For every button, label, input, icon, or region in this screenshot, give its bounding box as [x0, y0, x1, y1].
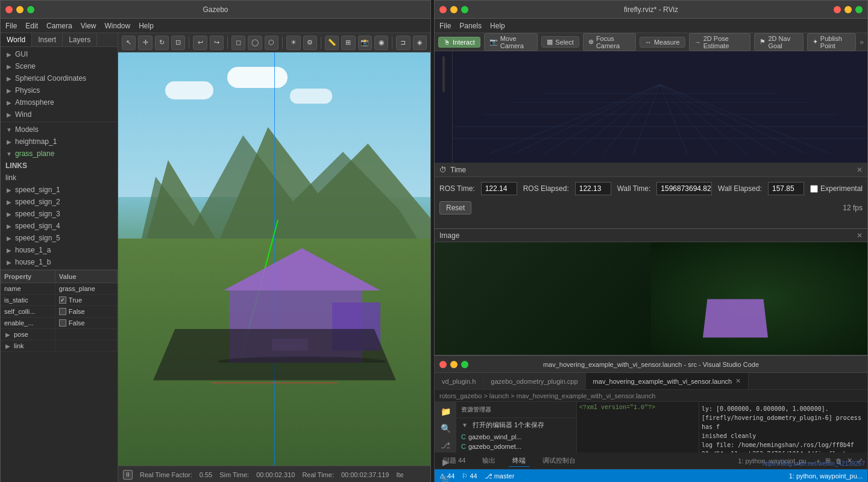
tool-2d-pose[interactable]: → 2D Pose Estimate	[689, 33, 751, 51]
tool-measure[interactable]: ↔ Measure	[640, 37, 685, 48]
rviz-win-controls-right[interactable]	[834, 6, 863, 13]
vscode-editor[interactable]: <?xml version="1.0"?>	[577, 402, 699, 452]
explorer-item-0[interactable]: C gazebo_wind_pl...	[456, 432, 576, 442]
gazebo-window-controls[interactable]	[5, 6, 34, 13]
toolbar-log-btn[interactable]: ◉	[374, 36, 388, 50]
search-icon[interactable]: 🔍	[439, 424, 452, 433]
rviz-menu-panels[interactable]: Panels	[459, 22, 482, 30]
toolbar-snap-btn[interactable]: ◈	[413, 36, 427, 50]
toolbar-redo-btn[interactable]: ↪	[210, 36, 224, 50]
rviz-toolbar-expand[interactable]: »	[860, 38, 864, 46]
rviz-max-dot[interactable]	[855, 6, 863, 13]
sidebar-item-speed-sign-5[interactable]: ▶ speed_sign_5	[1, 232, 118, 244]
rviz-close-btn[interactable]	[439, 6, 447, 13]
experimental-checkbox[interactable]	[810, 185, 818, 193]
sidebar-item-speed-sign-1[interactable]: ▶ speed_sign_1	[1, 184, 118, 196]
sidebar-item-speed-sign-4[interactable]: ▶ speed_sign_4	[1, 220, 118, 232]
sidebar-item-house-1b[interactable]: ▶ house_1_b	[1, 256, 118, 268]
prop-value-enable[interactable]: False	[55, 318, 117, 329]
tab-layers[interactable]: Layers	[63, 33, 97, 46]
sidebar-item-speed-sign-3[interactable]: ▶ speed_sign_3	[1, 208, 118, 220]
menu-window[interactable]: Window	[105, 22, 131, 30]
play-pause-icon[interactable]: ⏸	[123, 470, 133, 480]
tab-terminal[interactable]: 终端	[509, 455, 529, 467]
rviz-close-dot[interactable]	[834, 6, 841, 13]
sidebar-item-physics[interactable]: ▶ Physics	[1, 84, 118, 96]
toolbar-undo-btn[interactable]: ↩	[193, 36, 207, 50]
toolbar-cylinder-btn[interactable]: ⬡	[265, 36, 278, 50]
vscode-maximize-btn[interactable]	[461, 361, 468, 368]
tool-select[interactable]: ▦ Select	[541, 36, 579, 48]
tab-output[interactable]: 输出	[479, 455, 499, 466]
watermark[interactable]: https://blog.csdn.net/weixin_42139267	[763, 460, 865, 467]
explorer-icon[interactable]: 📁	[439, 407, 452, 416]
toolbar-grid-btn[interactable]: ⊞	[341, 36, 355, 50]
ros-elapsed-value[interactable]: 122.13	[575, 182, 611, 195]
gazebo-minimize-btn[interactable]	[16, 6, 24, 13]
tool-2d-nav-goal[interactable]: ⚑ 2D Nav Goal	[754, 33, 803, 51]
image-panel-close[interactable]: ✕	[857, 231, 863, 240]
sidebar-item-speed-sign-2[interactable]: ▶ speed_sign_2	[1, 196, 118, 208]
vscode-tab-mav-launch[interactable]: mav_hovering_example_with_vi_sensor.laun…	[586, 373, 749, 389]
pose-expand[interactable]: ▶	[4, 331, 11, 338]
tab-problems[interactable]: 问题 44	[439, 455, 469, 466]
sidebar-item-grass-plane[interactable]: ▼ grass_plane	[1, 148, 118, 160]
toolbar-sphere-btn[interactable]: ◯	[248, 36, 262, 50]
is-static-checkbox[interactable]: ✓	[59, 296, 66, 304]
ros-time-value[interactable]: 122.14	[481, 182, 517, 195]
sidebar-item-spherical-coords[interactable]: ▶ Spherical Coordinates	[1, 72, 118, 84]
wall-time-value[interactable]: 1596873694.82	[656, 182, 712, 195]
toolbar-measure-btn[interactable]: 📏	[325, 36, 339, 50]
tool-focus-camera[interactable]: ⊕ Focus Camera	[583, 33, 636, 51]
sidebar-item-models[interactable]: ▼ Models	[1, 124, 118, 136]
link-expand[interactable]: ▶	[4, 343, 11, 349]
rviz-maximize-btn[interactable]	[461, 6, 468, 13]
tab-insert[interactable]: Insert	[32, 33, 63, 46]
reset-button[interactable]: Reset	[439, 201, 471, 214]
sidebar-item-house-1a[interactable]: ▶ house_1_a	[1, 244, 118, 256]
sidebar-item-gui[interactable]: ▶ GUI	[1, 48, 118, 60]
tab-close-icon[interactable]: ✕	[735, 377, 741, 385]
rviz-min-dot[interactable]	[844, 6, 852, 13]
toolbar-select-btn[interactable]: ↖	[122, 36, 136, 50]
gazebo-viewport[interactable]: ↖ ✛ ↻ ⊡ ↩ ↪ ◻ ◯ ⬡ ☀ ⚙ 📏 ⊞ 📸 ◉ ⊐	[118, 33, 430, 482]
rviz-window-controls[interactable]	[439, 6, 468, 13]
vscode-tab-gazebo-odom[interactable]: gazebo_odometry_plugin.cpp	[483, 373, 585, 389]
vscode-minimize-btn[interactable]	[450, 361, 458, 368]
prop-value-isstatic[interactable]: ✓ True	[55, 295, 117, 306]
toolbar-scale-btn[interactable]: ⊡	[171, 36, 185, 50]
sidebar-item-scene[interactable]: ▶ Scene	[1, 60, 118, 72]
toolbar-light-btn[interactable]: ☀	[286, 36, 300, 50]
menu-file[interactable]: File	[5, 22, 17, 30]
vscode-window-controls[interactable]	[439, 361, 468, 368]
self-coll-checkbox[interactable]	[59, 308, 66, 315]
rviz-minimize-btn[interactable]	[450, 6, 458, 13]
sidebar-item-links[interactable]: LINKS	[1, 160, 118, 172]
tool-publish-point[interactable]: ✦ Publish Point	[807, 33, 857, 51]
enable-checkbox[interactable]	[59, 319, 66, 327]
rviz-3d-viewport[interactable]	[435, 51, 867, 163]
menu-view[interactable]: View	[81, 22, 96, 30]
menu-edit[interactable]: Edit	[25, 22, 38, 30]
vscode-terminal[interactable]: ly: [0.000000, 0.000000, 1.000000]. [fir…	[699, 402, 867, 452]
gazebo-maximize-btn[interactable]	[27, 6, 34, 13]
toolbar-box-btn[interactable]: ◻	[231, 36, 245, 50]
prop-value-selfcoll[interactable]: False	[55, 306, 117, 318]
prop-value-name[interactable]: grass_plane	[55, 283, 117, 295]
rviz-grid-area[interactable]	[453, 51, 867, 163]
toolbar-rotate-btn[interactable]: ↻	[155, 36, 169, 50]
git-icon[interactable]: ⎇	[439, 440, 452, 450]
tab-world[interactable]: World	[1, 33, 32, 46]
tool-interact[interactable]: 🖱 Interact	[438, 37, 480, 48]
time-panel-close-icon[interactable]: ✕	[857, 166, 863, 174]
tab-debug-console[interactable]: 调试控制台	[539, 455, 579, 466]
sidebar-item-link[interactable]: link	[1, 172, 118, 184]
menu-help[interactable]: Help	[139, 22, 154, 30]
toolbar-align-btn[interactable]: ⊐	[396, 36, 410, 50]
toolbar-translate-btn[interactable]: ✛	[138, 36, 152, 50]
wall-elapsed-value[interactable]: 157.85	[768, 182, 804, 195]
explorer-item-1[interactable]: C gazebo_odomet...	[456, 442, 576, 451]
toolbar-joint-btn[interactable]: ⚙	[303, 36, 317, 50]
menu-camera[interactable]: Camera	[46, 22, 72, 30]
sidebar-item-atmosphere[interactable]: ▶ Atmosphere	[1, 96, 118, 108]
